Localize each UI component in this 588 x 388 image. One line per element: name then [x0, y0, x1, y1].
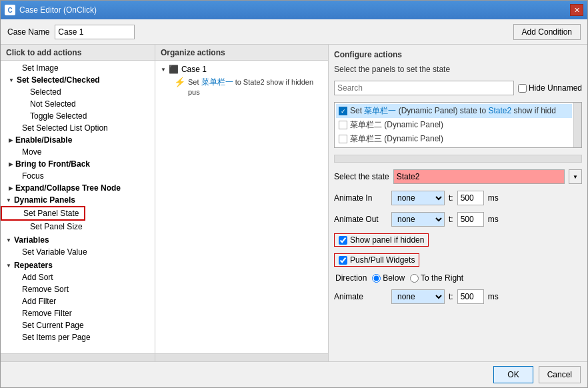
state-input[interactable]: [393, 169, 565, 184]
action-event-item[interactable]: ⚡ Set 菜单栏一 to State2 show if hidden pus: [158, 75, 325, 97]
configure-header: Configure actions: [334, 50, 582, 59]
expand-icon3: ▶: [9, 161, 13, 167]
radio-below-input[interactable]: [372, 274, 381, 283]
group-set-selected[interactable]: ▼ Set Selected/Checked: [1, 74, 155, 86]
right-panel: Configure actions Select the panels to s…: [329, 45, 587, 361]
ok-button[interactable]: OK: [493, 366, 533, 383]
animate-in-select[interactable]: none: [391, 191, 445, 205]
animate-in-ms-label: ms: [488, 193, 499, 203]
panel-checkbox-1[interactable]: [339, 121, 347, 129]
action-remove-sort[interactable]: Remove Sort: [1, 283, 155, 295]
show-panel-row: Show panel if hidden: [334, 233, 582, 247]
organize-content: ▼ ⬛ Case 1 ⚡ Set 菜单栏一 to State2 show if …: [155, 61, 328, 353]
animate-out-row: Animate Out none t: ms: [334, 212, 582, 227]
state-row: Select the state ▼: [334, 169, 582, 184]
panel-item-text-0: Set 菜单栏一 (Dynamic Panel) state to State2…: [350, 105, 556, 117]
panel-item-0[interactable]: ✓ Set 菜单栏一 (Dynamic Panel) state to Stat…: [336, 104, 572, 118]
group-label5: Dynamic Panels: [14, 195, 75, 205]
show-panel-label: Show panel if hidden: [350, 235, 424, 245]
show-panel-outlined: Show panel if hidden: [334, 233, 429, 247]
action-set-panel-size[interactable]: Set Panel Size: [1, 221, 155, 233]
window-icon: C: [5, 5, 15, 15]
expand-icon: ▼: [9, 77, 14, 83]
action-event-text: Set 菜单栏一 to State2 show if hidden pus: [188, 77, 323, 96]
action-set-image[interactable]: Set Image: [1, 62, 155, 74]
group-variables[interactable]: ▼ Variables: [1, 234, 155, 246]
action-move[interactable]: Move: [1, 146, 155, 158]
panels-vscroll[interactable]: [573, 103, 581, 147]
expand-icon4: ▶: [9, 185, 13, 191]
animate-bottom-row: Animate none t: ms: [334, 289, 582, 304]
group-enable-disable[interactable]: ▶ Enable/Disable: [1, 134, 155, 146]
expand-icon7: ▼: [6, 263, 11, 269]
search-row: Hide Unnamed: [334, 81, 582, 95]
action-set-panel-state[interactable]: Set Panel State: [1, 206, 85, 221]
action-selected[interactable]: Selected: [1, 86, 155, 98]
action-set-items-per-page[interactable]: Set Items per Page: [1, 331, 155, 343]
group-label3: Bring to Front/Back: [15, 159, 90, 169]
case-name-input[interactable]: [55, 25, 135, 39]
action-set-variable-value[interactable]: Set Variable Value: [1, 246, 155, 258]
left-scrollbar[interactable]: [1, 353, 155, 361]
middle-hscroll[interactable]: [155, 353, 328, 361]
hide-unnamed-label: Hide Unnamed: [518, 83, 582, 93]
action-remove-filter[interactable]: Remove Filter: [1, 307, 155, 319]
animate-in-t-label: t:: [449, 193, 453, 203]
hide-unnamed-checkbox[interactable]: [518, 84, 527, 93]
case-editor-window: C Case Editor (OnClick) ✕ Case Name Add …: [0, 0, 588, 388]
panel-item-2[interactable]: 菜单栏三 (Dynamic Panel): [336, 132, 572, 146]
action-add-filter[interactable]: Add Filter: [1, 295, 155, 307]
state-dropdown-button[interactable]: ▼: [569, 169, 582, 184]
group-repeaters[interactable]: ▼ Repeaters: [1, 259, 155, 271]
radio-right[interactable]: To the Right: [410, 273, 463, 283]
middle-panel-header: Organize actions: [155, 45, 328, 61]
action-not-selected[interactable]: Not Selected: [1, 98, 155, 110]
group-label2: Enable/Disable: [15, 135, 72, 145]
case-name-label: Case Name: [7, 27, 49, 37]
close-button[interactable]: ✕: [570, 4, 583, 16]
action-set-current-page[interactable]: Set Current Page: [1, 319, 155, 331]
radio-group: Below To the Right: [372, 273, 463, 283]
animate-out-label: Animate Out: [334, 215, 387, 224]
group-label6: Variables: [14, 235, 49, 245]
panels-hscroll[interactable]: [334, 155, 582, 163]
animate-bottom-t-input[interactable]: [457, 289, 484, 304]
group-expand-collapse[interactable]: ▶ Expand/Collapse Tree Node: [1, 182, 155, 194]
action-toggle-selected[interactable]: Toggle Selected: [1, 110, 155, 122]
left-panel-header: Click to add actions: [1, 45, 155, 61]
select-panels-label: Select the panels to set the state: [334, 65, 582, 74]
animate-in-t-input[interactable]: [457, 191, 484, 205]
radio-right-input[interactable]: [410, 274, 419, 283]
panel-checkbox-0[interactable]: ✓: [339, 107, 347, 115]
animate-in-row: Animate In none t: ms: [334, 191, 582, 205]
case-tree-item[interactable]: ▼ ⬛ Case 1: [158, 63, 325, 75]
panels-scroll-container: ✓ Set 菜单栏一 (Dynamic Panel) state to Stat…: [334, 102, 582, 148]
state-label: Select the state: [334, 172, 389, 181]
panel-checkbox-2[interactable]: [339, 135, 347, 143]
animate-out-t-input[interactable]: [457, 212, 484, 227]
group-label4: Expand/Collapse Tree Node: [15, 183, 121, 193]
radio-below[interactable]: Below: [372, 273, 405, 283]
search-input[interactable]: [334, 81, 514, 95]
direction-row: Direction Below To the Right: [334, 273, 582, 283]
direction-label: Direction: [335, 273, 367, 283]
panel-item-1[interactable]: 菜单栏二 (Dynamic Panel): [336, 118, 572, 132]
group-dynamic-panels[interactable]: ▼ Dynamic Panels: [1, 194, 155, 206]
main-content: Click to add actions Set Image ▼ Set Sel…: [1, 45, 587, 361]
action-set-list-option[interactable]: Set Selected List Option: [1, 122, 155, 134]
show-panel-checkbox[interactable]: [339, 236, 347, 245]
cancel-button[interactable]: Cancel: [539, 366, 581, 383]
animate-out-select[interactable]: none: [391, 212, 445, 227]
push-pull-checkbox[interactable]: [339, 256, 347, 265]
action-add-sort[interactable]: Add Sort: [1, 271, 155, 283]
group-label7: Repeaters: [14, 261, 53, 270]
left-panel: Click to add actions Set Image ▼ Set Sel…: [1, 45, 155, 361]
panel-item-text-1: 菜单栏二 (Dynamic Panel): [350, 119, 443, 131]
animate-bottom-select[interactable]: none: [391, 289, 445, 304]
action-focus[interactable]: Focus: [1, 170, 155, 182]
bottom-bar: OK Cancel: [1, 361, 587, 387]
animate-out-ms-label: ms: [488, 215, 499, 224]
add-condition-button[interactable]: Add Condition: [513, 24, 581, 40]
push-pull-row: Push/Pull Widgets: [334, 253, 582, 267]
group-bring-front-back[interactable]: ▶ Bring to Front/Back: [1, 158, 155, 170]
